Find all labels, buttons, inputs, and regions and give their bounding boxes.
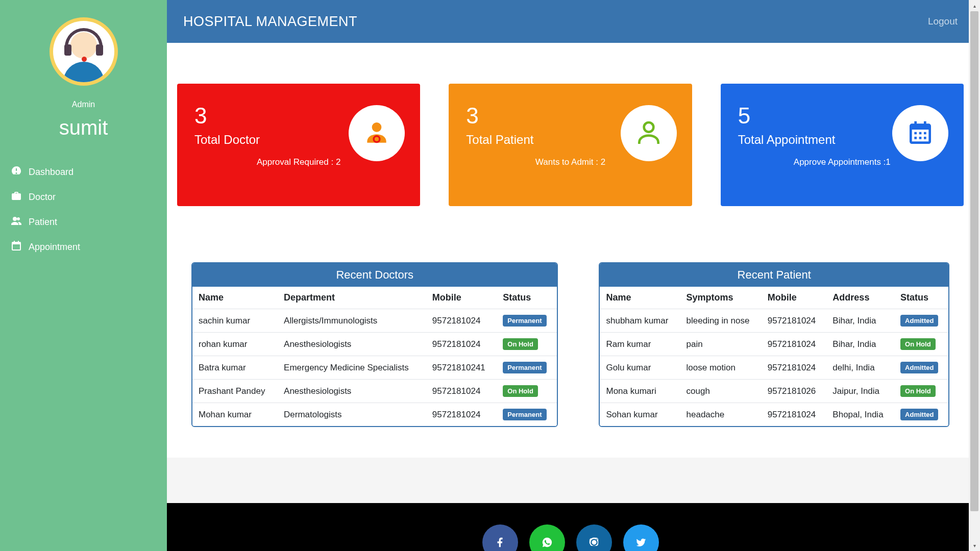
stat-card-total-appointment[interactable]: 5Total AppointmentApprove Appointments :… <box>721 84 964 206</box>
user-name: sumit <box>0 116 167 139</box>
calendar-icon <box>10 240 22 255</box>
scrollbar-thumb[interactable] <box>970 11 978 511</box>
cell: Bhopal, India <box>826 403 894 427</box>
sidebar-item-appointment[interactable]: Appointment <box>0 235 167 260</box>
person-icon <box>621 105 677 161</box>
col-header: Name <box>600 287 680 309</box>
col-header: Status <box>894 287 948 309</box>
cell: Golu kumar <box>600 356 680 380</box>
status-badge: Permanent <box>503 315 546 327</box>
logout-link[interactable]: Logout <box>928 16 958 27</box>
cell: Allergists/Immunologists <box>278 309 426 333</box>
sidebar-item-dashboard[interactable]: Dashboard <box>0 160 167 185</box>
stat-card-total-patient[interactable]: 3Total PatientWants to Admit : 2 <box>449 84 692 206</box>
cell: Jaipur, India <box>826 380 894 403</box>
cell: rohan kumar <box>192 333 278 356</box>
cell: 9572181026 <box>762 380 827 403</box>
cell: Prashant Pandey <box>192 380 278 403</box>
cell: Anesthesiologists <box>278 380 426 403</box>
table-row: Mona kumaricough9572181026Jaipur, IndiaO… <box>600 380 948 403</box>
footer <box>167 503 974 551</box>
status-badge: Admitted <box>900 315 938 327</box>
twitter-icon[interactable] <box>623 524 659 551</box>
cell: pain <box>680 333 762 356</box>
cell: On Hold <box>497 380 557 403</box>
scroll-down-icon[interactable]: ▾ <box>969 540 980 551</box>
scrollbar[interactable]: ▴ ▾ <box>969 0 980 551</box>
col-header: Mobile <box>762 287 827 309</box>
cell: Mohan kumar <box>192 403 278 427</box>
users-icon <box>10 215 22 230</box>
page-title: HOSPITAL MANAGEMENT <box>183 14 357 30</box>
cell: Bihar, India <box>826 333 894 356</box>
doctor-icon <box>349 105 405 161</box>
sidebar: Admin sumit DashboardDoctorPatientAppoin… <box>0 0 167 551</box>
doctors-table: NameDepartmentMobileStatussachin kumarAl… <box>192 287 557 426</box>
cell: Batra kumar <box>192 356 278 380</box>
cell: Permanent <box>497 356 557 380</box>
cell: Admitted <box>894 356 948 380</box>
cell: 9572181024 <box>426 309 497 333</box>
stat-cards: 3Total DoctorApproval Required : 23Total… <box>177 84 964 206</box>
cell: Admitted <box>894 309 948 333</box>
svg-point-0 <box>372 122 382 132</box>
stat-card-total-doctor[interactable]: 3Total DoctorApproval Required : 2 <box>177 84 420 206</box>
col-header: Status <box>497 287 557 309</box>
sidebar-item-patient[interactable]: Patient <box>0 210 167 235</box>
col-header: Name <box>192 287 278 309</box>
cell: headache <box>680 403 762 427</box>
gauge-icon <box>10 165 22 180</box>
sidebar-item-doctor[interactable]: Doctor <box>0 185 167 210</box>
whatsapp-icon[interactable] <box>529 524 565 551</box>
col-header: Mobile <box>426 287 497 309</box>
cell: On Hold <box>894 380 948 403</box>
table-row: Prashant PandeyAnesthesiologists95721810… <box>192 380 557 403</box>
instagram-icon[interactable] <box>576 524 612 551</box>
cell: shubham kumar <box>600 309 680 333</box>
table-row: Golu kumarloose motion9572181024delhi, I… <box>600 356 948 380</box>
user-role: Admin <box>0 100 167 109</box>
cell: Permanent <box>497 309 557 333</box>
table-row: Mohan kumarDermatologists9572181024Perma… <box>192 403 557 427</box>
nav-label: Doctor <box>29 192 56 203</box>
status-badge: Admitted <box>900 362 938 373</box>
cell: Permanent <box>497 403 557 427</box>
status-badge: Permanent <box>503 362 546 373</box>
status-badge: On Hold <box>900 338 936 350</box>
cell: Anesthesiologists <box>278 333 426 356</box>
cell: 9572181024 <box>762 309 827 333</box>
table-row: sachin kumarAllergists/Immunologists9572… <box>192 309 557 333</box>
cell: Sohan kumar <box>600 403 680 427</box>
status-badge: On Hold <box>900 385 936 397</box>
cell: Ram kumar <box>600 333 680 356</box>
cell: 9572181024 <box>426 333 497 356</box>
nav-label: Patient <box>29 217 57 228</box>
cell: Mona kumari <box>600 380 680 403</box>
panel-title: Recent Doctors <box>192 263 557 287</box>
cell: Dermatologists <box>278 403 426 427</box>
cell: Bihar, India <box>826 309 894 333</box>
svg-point-2 <box>644 122 653 132</box>
status-badge: Admitted <box>900 409 938 420</box>
table-row: Ram kumarpain9572181024Bihar, IndiaOn Ho… <box>600 333 948 356</box>
cell: 9572181024 <box>762 356 827 380</box>
scroll-up-icon[interactable]: ▴ <box>969 0 980 11</box>
topbar: HOSPITAL MANAGEMENT Logout <box>167 0 974 43</box>
status-badge: Permanent <box>503 409 546 420</box>
panel-title: Recent Patient <box>600 263 948 287</box>
cell: delhi, India <box>826 356 894 380</box>
cell: bleeding in nose <box>680 309 762 333</box>
facebook-icon[interactable] <box>482 524 518 551</box>
recent-doctors-panel: Recent Doctors NameDepartmentMobileStatu… <box>191 262 558 427</box>
content: 3Total DoctorApproval Required : 23Total… <box>167 43 974 458</box>
avatar <box>0 0 167 86</box>
status-badge: On Hold <box>503 338 538 350</box>
cell: 9572181024 <box>762 333 827 356</box>
cell: On Hold <box>894 333 948 356</box>
col-header: Department <box>278 287 426 309</box>
nav: DashboardDoctorPatientAppointment <box>0 160 167 260</box>
cell: 9572181024 <box>426 380 497 403</box>
table-row: shubham kumarbleeding in nose9572181024B… <box>600 309 948 333</box>
table-row: Batra kumarEmergency Medicine Specialist… <box>192 356 557 380</box>
recent-patients-panel: Recent Patient NameSymptomsMobileAddress… <box>599 262 949 427</box>
